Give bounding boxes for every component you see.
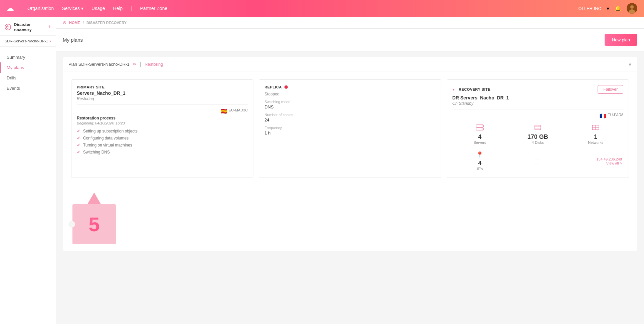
view-all-link[interactable]: View all > <box>606 161 622 165</box>
frequency-value: 1 h <box>264 130 435 135</box>
replica-label: REPLICA <box>264 85 282 89</box>
sidebar-plan-selector[interactable]: SDR-Servers-Nacho-DR-1 ▾ <box>0 36 56 47</box>
ips-icon: 📍 <box>476 151 483 158</box>
sidebar-add-button[interactable]: + <box>47 24 51 31</box>
svg-rect-9 <box>535 125 541 130</box>
new-plan-button[interactable]: New plan <box>605 34 637 46</box>
svg-point-1 <box>630 5 634 9</box>
main-content: ⊙ HOME / DISASTER RECOVERY My plans New … <box>56 17 644 324</box>
stat-networks: 1 Networks <box>568 122 623 147</box>
puzzle-number: 5 <box>88 213 99 236</box>
avatar-image <box>627 3 637 14</box>
plan-status: Restoring <box>145 62 163 67</box>
notification-bell-icon[interactable]: 🔔 <box>615 5 621 12</box>
replica-status: Stopped <box>264 92 435 96</box>
plan-collapse-button[interactable]: ∧ <box>628 61 632 67</box>
storage-sublabel: 4 Disks <box>532 140 544 144</box>
plan-name: Plan SDR-Servers-Nacho-DR-1 <box>68 62 130 67</box>
nav-links: Organisation Services ▾ Usage Help | Par… <box>27 5 568 11</box>
stat-servers: 4 Servers <box>452 122 507 147</box>
puzzle-square: 5 <box>72 204 116 244</box>
recovery-divider <box>452 109 623 109</box>
breadcrumb-home-icon: ⊙ <box>63 20 66 25</box>
primary-site-flag: 🇪🇸 <box>221 108 227 114</box>
user-avatar[interactable] <box>627 3 637 14</box>
servers-icon <box>476 124 484 132</box>
sidebar-item-events[interactable]: Events <box>0 83 56 93</box>
restoration-step-4: ✔ Switching DNS <box>77 149 248 154</box>
top-navigation: ☁ Organisation Services ▾ Usage Help | P… <box>0 0 644 17</box>
restoration-date-value: 04/10/2024, 16:23 <box>95 121 125 125</box>
frequency-label: Frequency <box>264 126 435 130</box>
step-check-icon-1: ✔ <box>77 128 80 133</box>
ip-address: 154.49.236.248 <box>597 157 622 161</box>
storage-count: 170 GB <box>527 133 548 140</box>
sidebar-header: Disaster recovery + <box>0 17 56 36</box>
app-logo: ☁ <box>7 4 14 13</box>
recovery-site-status: On Standby <box>452 101 623 106</box>
step-check-icon-3: ✔ <box>77 142 80 147</box>
sidebar: Disaster recovery + SDR-Servers-Nacho-DR… <box>0 17 56 324</box>
sites-grid: PRIMARY SITE Servers_Nacho_DR_1 Restorin… <box>63 71 637 186</box>
sidebar-item-summary[interactable]: Summary <box>0 52 56 62</box>
app-layout: Disaster recovery + SDR-Servers-Nacho-DR… <box>0 17 644 324</box>
sidebar-plan-arrow-icon: ▾ <box>49 39 51 43</box>
primary-site-flag-label: EU-MAD3C <box>229 108 248 114</box>
restoration-step-1: ✔ Setting up subscription objects <box>77 128 248 133</box>
step-check-icon-2: ✔ <box>77 135 80 140</box>
restoration-date: Beginning: 04/10/2024, 16:23 <box>77 121 248 125</box>
storage-icon <box>534 124 542 132</box>
sidebar-item-my-plans[interactable]: My plans <box>0 62 56 73</box>
nav-partner-zone[interactable]: Partner Zone <box>140 6 168 11</box>
recovery-site-card: ● RECOVERY SITE Failover DR Servers_Nach… <box>447 79 629 178</box>
plan-container: Plan SDR-Servers-Nacho-DR-1 ✏ | Restorin… <box>63 57 637 251</box>
stat-dots-1: --- <box>534 156 541 161</box>
ips-label: IP's <box>477 167 483 171</box>
copies-value: 24 <box>264 117 435 122</box>
replica-card: REPLICA Stopped Switching mode DNS Numbe… <box>259 79 441 178</box>
sidebar-dr-icon <box>5 24 11 30</box>
step-check-icon-4: ✔ <box>77 149 80 154</box>
replica-status-dot <box>284 85 288 89</box>
recovery-site-label: RECOVERY SITE <box>459 87 490 91</box>
ips-count: 4 <box>478 160 481 167</box>
svg-point-7 <box>482 125 483 126</box>
restoration-step-3: ✔ Turning on virtual machines <box>77 142 248 147</box>
breadcrumb-current-page: DISASTER RECOVERY <box>86 21 127 25</box>
nav-help[interactable]: Help <box>113 6 123 11</box>
plan-edit-icon[interactable]: ✏ <box>133 62 137 67</box>
networks-label: Networks <box>588 140 603 144</box>
nav-services[interactable]: Services ▾ <box>62 6 83 11</box>
nav-right: OLLER INC ▾ 🔔 <box>578 3 637 14</box>
svg-point-8 <box>482 128 483 129</box>
stat-ips: 📍 4 IP's <box>452 150 507 172</box>
restoration-title: Restoration process <box>77 116 248 120</box>
servers-label: Servers <box>473 140 486 144</box>
page-header: My plans New plan <box>56 29 644 51</box>
primary-site-name: Servers_Nacho_DR_1 <box>77 90 248 96</box>
servers-count: 4 <box>478 133 481 140</box>
switching-mode-label: Switching mode <box>264 100 435 104</box>
failover-button[interactable]: Failover <box>598 85 623 94</box>
puzzle-notch <box>68 221 75 228</box>
nav-usage[interactable]: Usage <box>91 6 105 11</box>
sidebar-nav: Summary My plans Drills Events <box>0 47 56 99</box>
switching-mode-value: DNS <box>264 104 435 109</box>
stat-dots-2: --- <box>534 161 541 166</box>
breadcrumb-separator: / <box>83 21 84 25</box>
networks-count: 1 <box>594 133 597 140</box>
org-dropdown-icon[interactable]: ▾ <box>607 5 609 12</box>
primary-site-status: Restoring <box>77 96 248 101</box>
sidebar-title: Disaster recovery <box>14 22 48 32</box>
sidebar-item-drills[interactable]: Drills <box>0 73 56 83</box>
breadcrumb: ⊙ HOME / DISASTER RECOVERY <box>56 17 644 29</box>
plan-header: Plan SDR-Servers-Nacho-DR-1 ✏ | Restorin… <box>63 57 637 71</box>
recovery-stats-row1: 4 Servers 170 GB <box>452 122 623 147</box>
nav-organisation[interactable]: Organisation <box>27 6 54 11</box>
primary-site-divider <box>77 104 248 105</box>
puzzle-decoration: 5 <box>63 186 637 251</box>
copies-label: Number of copies <box>264 113 435 117</box>
org-name[interactable]: OLLER INC <box>578 6 601 11</box>
breadcrumb-home-link[interactable]: HOME <box>69 21 80 25</box>
primary-site-card: PRIMARY SITE Servers_Nacho_DR_1 Restorin… <box>71 79 253 178</box>
